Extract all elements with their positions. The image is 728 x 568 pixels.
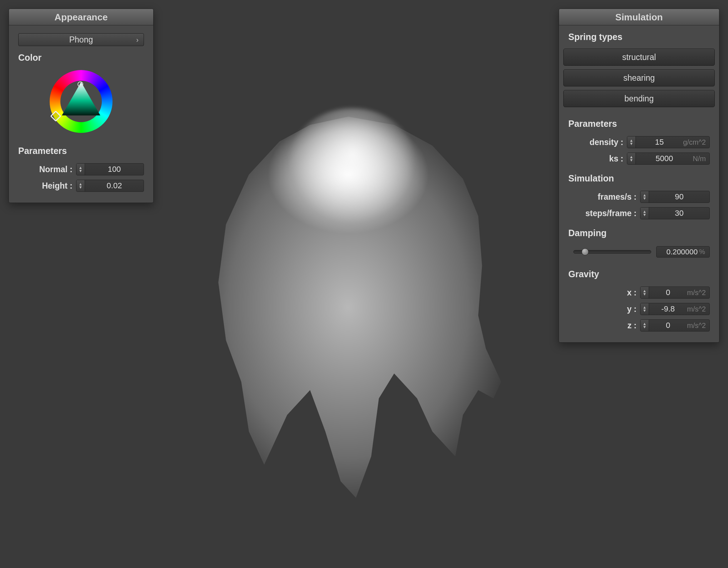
- gravity-y-unit: m/s^2: [687, 305, 709, 313]
- gravity-y-value: -9.8: [649, 304, 687, 314]
- spinner-icon[interactable]: ▲▼: [627, 153, 636, 164]
- gravity-y-label: y :: [627, 304, 637, 314]
- simulation-panel-title: Simulation: [559, 9, 719, 25]
- normal-input[interactable]: ▲▼ 100: [76, 163, 144, 175]
- gravity-x-unit: m/s^2: [687, 289, 709, 297]
- shader-dropdown[interactable]: Phong ›: [18, 33, 144, 46]
- density-unit: g/cm^2: [683, 138, 709, 146]
- damping-label: Damping: [568, 228, 710, 238]
- spring-shearing-button[interactable]: shearing: [563, 69, 715, 86]
- color-section-label: Color: [18, 53, 144, 63]
- gravity-z-label: z :: [627, 321, 637, 330]
- damping-value: 0.200000: [667, 246, 698, 257]
- color-wheel[interactable]: [50, 70, 113, 133]
- gravity-z-input[interactable]: ▲▼ 0 m/s^2: [640, 319, 710, 332]
- spinner-icon[interactable]: ▲▼: [640, 320, 649, 331]
- cloth-highlight: [287, 108, 417, 224]
- sim-simulation-label: Simulation: [568, 173, 710, 184]
- gravity-x-label: x :: [627, 288, 637, 298]
- spinner-icon[interactable]: ▲▼: [640, 208, 649, 219]
- gravity-label: Gravity: [568, 269, 710, 279]
- appearance-parameters-label: Parameters: [18, 146, 144, 156]
- density-input[interactable]: ▲▼ 15 g/cm^2: [627, 136, 710, 148]
- normal-value: 100: [85, 165, 144, 174]
- normal-label: Normal :: [39, 165, 73, 174]
- chevron-right-icon: ›: [136, 34, 139, 46]
- spinner-icon[interactable]: ▲▼: [76, 180, 85, 191]
- height-value: 0.02: [85, 181, 144, 190]
- viewport-render: [157, 100, 539, 514]
- ks-label: ks :: [609, 154, 623, 164]
- damping-slider-thumb[interactable]: [582, 248, 589, 255]
- gravity-z-unit: m/s^2: [687, 322, 709, 330]
- appearance-panel: Appearance Phong › Color Parameters Norm…: [9, 9, 154, 203]
- cloth-render: [157, 100, 539, 514]
- steps-value: 30: [649, 209, 709, 218]
- frames-input[interactable]: ▲▼ 90: [640, 191, 710, 203]
- spinner-icon[interactable]: ▲▼: [640, 303, 649, 315]
- gravity-x-value: 0: [649, 288, 687, 297]
- steps-input[interactable]: ▲▼ 30: [640, 207, 710, 219]
- ks-value: 5000: [636, 154, 693, 163]
- spinner-icon[interactable]: ▲▼: [640, 191, 649, 203]
- gravity-z-value: 0: [649, 321, 687, 330]
- damping-unit: %: [698, 246, 708, 257]
- spring-bending-button[interactable]: bending: [563, 90, 715, 107]
- spring-structural-button[interactable]: structural: [563, 49, 715, 66]
- ks-unit: N/m: [693, 155, 709, 163]
- damping-slider[interactable]: [573, 250, 651, 254]
- color-hue-handle[interactable]: [50, 110, 61, 121]
- damping-value-box[interactable]: 0.200000 %: [656, 246, 710, 258]
- ks-input[interactable]: ▲▼ 5000 N/m: [627, 153, 710, 165]
- gravity-y-input[interactable]: ▲▼ -9.8 m/s^2: [640, 303, 710, 315]
- spring-types-label: Spring types: [568, 32, 710, 42]
- height-label: Height :: [42, 181, 73, 191]
- sim-parameters-label: Parameters: [568, 119, 710, 129]
- density-label: density :: [589, 138, 623, 147]
- spinner-icon[interactable]: ▲▼: [76, 164, 85, 175]
- color-sv-handle[interactable]: [78, 81, 83, 87]
- appearance-panel-title: Appearance: [9, 9, 153, 25]
- spinner-icon[interactable]: ▲▼: [627, 136, 636, 148]
- steps-label: steps/frame :: [585, 209, 637, 218]
- height-input[interactable]: ▲▼ 0.02: [76, 180, 144, 192]
- shader-dropdown-value: Phong: [69, 35, 93, 44]
- simulation-panel: Simulation Spring types structural shear…: [559, 9, 719, 343]
- spinner-icon[interactable]: ▲▼: [640, 287, 649, 298]
- density-value: 15: [636, 138, 683, 147]
- frames-label: frames/s :: [598, 192, 637, 202]
- gravity-x-input[interactable]: ▲▼ 0 m/s^2: [640, 287, 710, 299]
- frames-value: 90: [649, 192, 709, 201]
